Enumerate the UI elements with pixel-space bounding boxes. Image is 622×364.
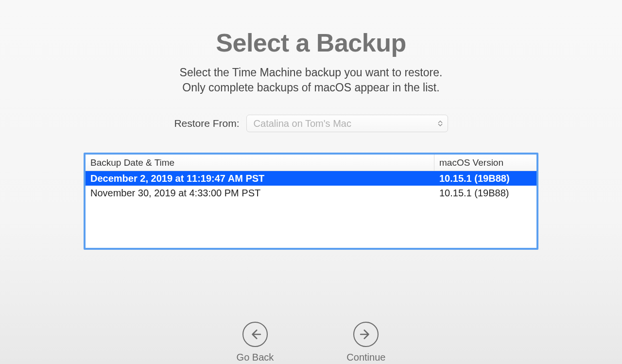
- page-subtitle: Select the Time Machine backup you want …: [0, 65, 622, 95]
- row-date: November 30, 2019 at 4:33:00 PM PST: [86, 188, 434, 199]
- row-version: 10.15.1 (19B88): [434, 173, 536, 184]
- row-date: December 2, 2019 at 11:19:47 AM PST: [86, 173, 434, 184]
- backup-table: Backup Date & Time macOS Version Decembe…: [84, 153, 538, 250]
- subtitle-line-2: Only complete backups of macOS appear in…: [0, 80, 622, 95]
- go-back-label: Go Back: [237, 352, 274, 363]
- restore-from-dropdown[interactable]: Catalina on Tom's Mac: [246, 115, 448, 132]
- table-row[interactable]: November 30, 2019 at 4:33:00 PM PST 10.1…: [86, 186, 536, 200]
- arrow-right-icon: [353, 322, 379, 347]
- table-header: Backup Date & Time macOS Version: [86, 155, 536, 171]
- table-row[interactable]: December 2, 2019 at 11:19:47 AM PST 10.1…: [86, 171, 536, 186]
- stepper-icon: [438, 121, 443, 126]
- header-date[interactable]: Backup Date & Time: [86, 155, 434, 171]
- restore-from-row: Restore From: Catalina on Tom's Mac: [0, 115, 622, 132]
- header-version[interactable]: macOS Version: [434, 155, 536, 171]
- go-back-button[interactable]: Go Back: [237, 322, 274, 363]
- row-version: 10.15.1 (19B88): [434, 188, 536, 199]
- nav-buttons: Go Back Continue: [0, 322, 622, 363]
- continue-button[interactable]: Continue: [346, 322, 385, 363]
- page-title: Select a Backup: [0, 28, 622, 57]
- subtitle-line-1: Select the Time Machine backup you want …: [0, 65, 622, 80]
- restore-from-value: Catalina on Tom's Mac: [254, 118, 351, 129]
- restore-from-label: Restore From:: [174, 118, 239, 129]
- arrow-left-icon: [242, 322, 268, 347]
- continue-label: Continue: [346, 352, 385, 363]
